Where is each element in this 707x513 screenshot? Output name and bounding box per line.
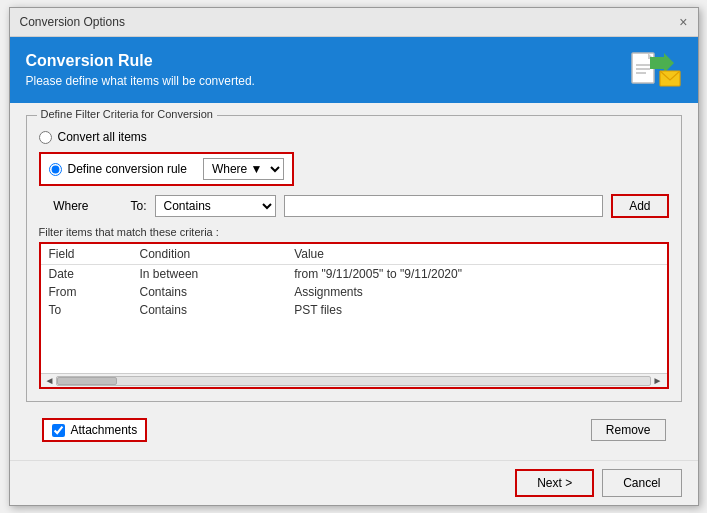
col-condition: Condition	[132, 244, 287, 265]
where-label: Where	[39, 199, 89, 213]
add-button[interactable]: Add	[611, 194, 668, 218]
filter-table: Field Condition Value Date In between fr…	[41, 244, 667, 373]
filter-table-header: Field Condition Value	[41, 244, 667, 265]
row2-field: From	[41, 283, 132, 301]
header-icon	[630, 49, 682, 91]
attachments-checkbox[interactable]	[52, 424, 65, 437]
col-value: Value	[286, 244, 666, 265]
header-title: Conversion Rule	[26, 52, 255, 70]
scrollbar-track[interactable]	[56, 376, 650, 386]
row3-condition: Contains	[132, 301, 287, 319]
filter-table-wrapper: Field Condition Value Date In between fr…	[39, 242, 669, 389]
filter-criteria-group: Define Filter Criteria for Conversion Co…	[26, 115, 682, 402]
filter-table-body: Date In between from "9/11/2005" to "9/1…	[41, 265, 667, 374]
cancel-button[interactable]: Cancel	[602, 469, 681, 497]
scroll-right-arrow[interactable]: ►	[651, 375, 665, 386]
next-button[interactable]: Next >	[515, 469, 594, 497]
row1-field: Date	[41, 265, 132, 284]
row3-value: PST files	[286, 301, 666, 319]
row1-condition: In between	[132, 265, 287, 284]
empty-row-1	[41, 319, 667, 337]
conversion-icon	[630, 49, 682, 91]
define-rule-label[interactable]: Define conversion rule	[68, 162, 187, 176]
scrollbar-thumb[interactable]	[57, 377, 117, 385]
title-bar: Conversion Options ×	[10, 8, 698, 37]
col-field: Field	[41, 244, 132, 265]
row1-value: from "9/11/2005" to "9/11/2020"	[286, 265, 666, 284]
define-rule-radio[interactable]	[49, 163, 62, 176]
main-content: Define Filter Criteria for Conversion Co…	[10, 103, 698, 460]
conversion-options-dialog: Conversion Options × Conversion Rule Ple…	[9, 7, 699, 506]
empty-row-3	[41, 355, 667, 373]
scroll-left-arrow[interactable]: ◄	[43, 375, 57, 386]
where-dropdown-container: Where ▼	[203, 158, 284, 180]
table-row[interactable]: To Contains PST files	[41, 301, 667, 319]
where-select[interactable]: Where ▼	[203, 158, 284, 180]
condition-select[interactable]: Contains Equals Does not contain Starts …	[155, 195, 276, 217]
filter-items-label: Filter items that match these criteria :	[39, 226, 669, 238]
group-box-legend: Define Filter Criteria for Conversion	[37, 108, 217, 120]
row3-field: To	[41, 301, 132, 319]
bottom-bar: Attachments Remove	[26, 412, 682, 448]
table-row[interactable]: From Contains Assignments	[41, 283, 667, 301]
filter-criteria-row: Where To: Contains Equals Does not conta…	[39, 194, 669, 218]
footer: Next > Cancel	[10, 460, 698, 505]
define-rule-row: Define conversion rule Where ▼	[39, 152, 294, 186]
row2-value: Assignments	[286, 283, 666, 301]
to-label: To:	[97, 199, 147, 213]
close-button[interactable]: ×	[679, 14, 687, 30]
convert-all-radio[interactable]	[39, 131, 52, 144]
attachments-box: Attachments	[42, 418, 148, 442]
horizontal-scrollbar[interactable]: ◄ ►	[41, 373, 667, 387]
dialog-title: Conversion Options	[20, 15, 125, 29]
table-header-row: Field Condition Value	[41, 244, 667, 265]
header-text: Conversion Rule Please define what items…	[26, 52, 255, 88]
header-bar: Conversion Rule Please define what items…	[10, 37, 698, 103]
header-subtitle: Please define what items will be convert…	[26, 74, 255, 88]
remove-button[interactable]: Remove	[591, 419, 666, 441]
table-row[interactable]: Date In between from "9/11/2005" to "9/1…	[41, 265, 667, 284]
row2-condition: Contains	[132, 283, 287, 301]
convert-all-label[interactable]: Convert all items	[58, 130, 147, 144]
empty-row-2	[41, 337, 667, 355]
convert-all-row: Convert all items	[39, 130, 669, 144]
attachments-label[interactable]: Attachments	[71, 423, 138, 437]
filter-value-input[interactable]	[284, 195, 604, 217]
